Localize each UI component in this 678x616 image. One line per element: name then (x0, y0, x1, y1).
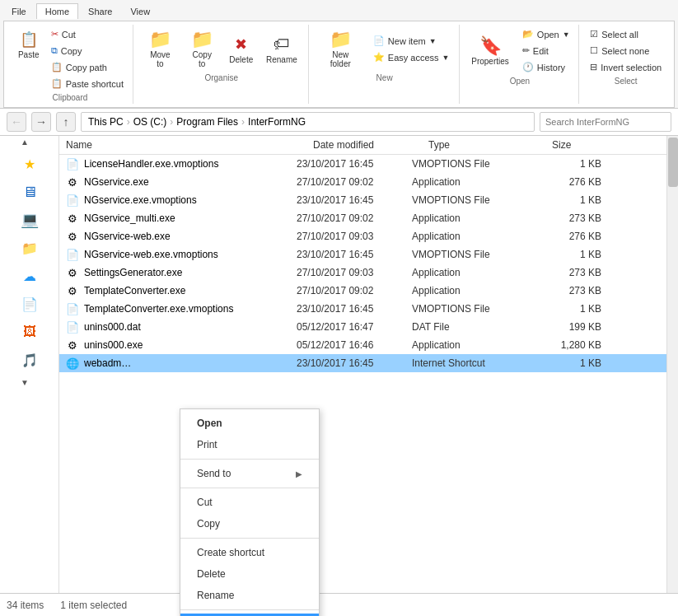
history-button[interactable]: 🕐 History (518, 59, 574, 75)
table-row[interactable]: 📄 NGservice-web.exe.vmoptions 23/10/2017… (59, 245, 666, 264)
file-type: VMOPTIONS File (412, 194, 535, 206)
select-all-button[interactable]: ☑ Select all (586, 26, 666, 42)
open-ribbon-icon: 📂 (522, 29, 534, 40)
file-icon: 📄 (66, 194, 79, 207)
table-row[interactable]: 📄 unins000.dat 05/12/2017 16:47 DAT File… (59, 318, 666, 336)
open-label: Open (510, 77, 530, 86)
file-date: 23/10/2017 16:45 (297, 249, 412, 260)
tab-share[interactable]: Share (80, 3, 120, 19)
table-row[interactable]: 📄 NGservice.exe.vmoptions 23/10/2017 16:… (59, 191, 666, 209)
tab-view[interactable]: View (122, 3, 158, 19)
select-none-button[interactable]: ☐ Select none (586, 43, 666, 58)
context-menu-item[interactable]: Cut (180, 492, 319, 513)
sidebar-item-2[interactable]: 💻 (7, 207, 53, 233)
new-item-button[interactable]: 📄 New item ▼ (369, 33, 454, 49)
breadcrumb-c[interactable]: OS (C:) (133, 116, 167, 128)
table-row[interactable]: 📄 LicenseHandler.exe.vmoptions 23/10/201… (59, 155, 666, 173)
properties-button[interactable]: 🔖 Properties (465, 33, 515, 69)
tab-file[interactable]: File (3, 3, 35, 19)
sidebar-item-4[interactable]: ☁ (7, 263, 53, 289)
main-area: ▲ ★ 🖥 💻 📁 ☁ 📄 🖼 🎵 (0, 136, 678, 600)
delete-icon: ✖ (231, 35, 251, 54)
paste-button[interactable]: 📋 Paste (12, 26, 45, 63)
breadcrumb[interactable]: This PC › OS (C:) › Program Files › Inte… (81, 112, 535, 132)
vertical-scrollbar[interactable] (666, 136, 678, 600)
open-edit-history: 📂 Open ▼ ✏ Edit 🕐 History (518, 26, 574, 75)
file-date: 27/10/2017 09:03 (297, 231, 412, 242)
sidebar-item-1[interactable]: 🖥 (7, 179, 53, 205)
sidebar-item-5[interactable]: 📄 (7, 291, 53, 317)
table-row[interactable]: ⚙ unins000.exe 05/12/2017 16:46 Applicat… (59, 336, 666, 354)
header-date[interactable]: Date modified (313, 139, 428, 151)
delete-button[interactable]: ✖ Delete (223, 31, 259, 68)
up-button[interactable]: ↑ (56, 112, 76, 132)
breadcrumb-programfiles[interactable]: Program Files (176, 116, 238, 128)
paste-shortcut-button[interactable]: 📋 Paste shortcut (47, 76, 128, 91)
properties-icon: 🔖 (480, 36, 500, 56)
file-name: TemplateConverter.exe (84, 285, 185, 296)
table-row[interactable]: ⚙ NGservice-web.exe 27/10/2017 09:03 App… (59, 227, 666, 245)
breadcrumb-interformng[interactable]: InterFormNG (248, 116, 306, 128)
scissors-icon: ✂ (51, 29, 58, 40)
cut-button[interactable]: ✂ Cut (47, 26, 128, 42)
file-type: Application (412, 339, 535, 351)
sidebar-item-6[interactable]: 🖼 (7, 319, 53, 345)
rename-button[interactable]: 🏷 Rename (260, 31, 303, 68)
tab-home[interactable]: Home (36, 3, 78, 19)
selected-count: 1 item selected (60, 600, 127, 611)
new-folder-button[interactable]: 📁 New folder (316, 26, 366, 72)
move-to-button[interactable]: 📁 Move to (140, 26, 180, 72)
context-menu-separator (180, 488, 319, 488)
sidebar-icon-4: ☁ (23, 268, 36, 284)
header-name[interactable]: Name (66, 139, 313, 151)
table-row[interactable]: 🌐 webadm… 23/10/2017 16:45 Internet Shor… (59, 354, 666, 372)
table-row[interactable]: ⚙ NGservice.exe 27/10/2017 09:02 Applica… (59, 173, 666, 191)
context-menu-item[interactable]: Rename (180, 585, 319, 606)
context-menu-item[interactable]: Open (180, 413, 319, 434)
table-row[interactable]: ⚙ NGservice_multi.exe 27/10/2017 09:02 A… (59, 209, 666, 227)
context-menu-item[interactable]: Print (180, 434, 319, 455)
context-menu-item[interactable]: Copy (180, 513, 319, 534)
table-row[interactable]: ⚙ TemplateConverter.exe 27/10/2017 09:02… (59, 282, 666, 300)
context-menu-item[interactable]: Delete (180, 563, 319, 585)
organise-buttons: 📁 Move to 📁 Copy to ✖ Delete 🏷 Rename (140, 26, 303, 72)
sidebar-item-7[interactable]: 🎵 (7, 347, 53, 373)
ribbon-tabs: File Home Share View (3, 3, 675, 19)
file-size: 199 KB (535, 321, 601, 333)
sidebar-icon-7: 🎵 (21, 352, 38, 368)
file-size: 276 KB (535, 176, 601, 188)
copy-to-button[interactable]: 📁 Copy to (182, 26, 222, 72)
scrollbar-thumb[interactable] (668, 138, 678, 187)
copy-to-icon: 📁 (192, 30, 212, 49)
table-row[interactable]: 📄 TemplateConverter.exe.vmoptions 23/10/… (59, 300, 666, 318)
invert-selection-button[interactable]: ⊟ Invert selection (586, 59, 666, 75)
copy-path-button[interactable]: 📋 Copy path (47, 59, 128, 75)
open-ribbon-button[interactable]: 📂 Open ▼ (518, 26, 574, 42)
sep2: › (170, 116, 173, 128)
file-date: 27/10/2017 09:02 (297, 285, 412, 296)
sidebar-scroll-up[interactable]: ▲ (0, 136, 49, 147)
header-type[interactable]: Type (428, 139, 552, 151)
forward-button[interactable]: → (31, 112, 51, 132)
file-icon: ⚙ (66, 284, 79, 297)
breadcrumb-thispc[interactable]: This PC (88, 116, 124, 128)
select-label: Select (615, 77, 638, 86)
edit-button[interactable]: ✏ Edit (518, 43, 574, 58)
sidebar-item-3[interactable]: 📁 (7, 235, 53, 261)
back-button[interactable]: ← (7, 112, 26, 132)
context-menu-item[interactable]: Create shortcut (180, 542, 319, 563)
file-icon: ⚙ (66, 212, 79, 225)
file-size: 273 KB (535, 267, 601, 278)
sidebar-scroll-down[interactable]: ▼ (0, 376, 49, 388)
easy-access-button[interactable]: ⭐ Easy access ▼ (369, 49, 454, 65)
table-row[interactable]: ⚙ SettingsGenerator.exe 27/10/2017 09:03… (59, 264, 666, 282)
copy-button[interactable]: ⧉ Copy (47, 43, 128, 58)
ribbon-content: 📋 Paste ✂ Cut ⧉ Copy 📋 Copy pa (3, 21, 675, 108)
context-menu-item[interactable]: Send to▶ (180, 463, 319, 484)
ctx-item-label: Rename (197, 590, 234, 601)
header-size[interactable]: Size (552, 139, 618, 151)
file-icon: 🌐 (66, 357, 79, 370)
sidebar-item-star[interactable]: ★ (7, 151, 53, 177)
search-input[interactable] (540, 112, 671, 132)
file-date: 27/10/2017 09:02 (297, 212, 412, 224)
